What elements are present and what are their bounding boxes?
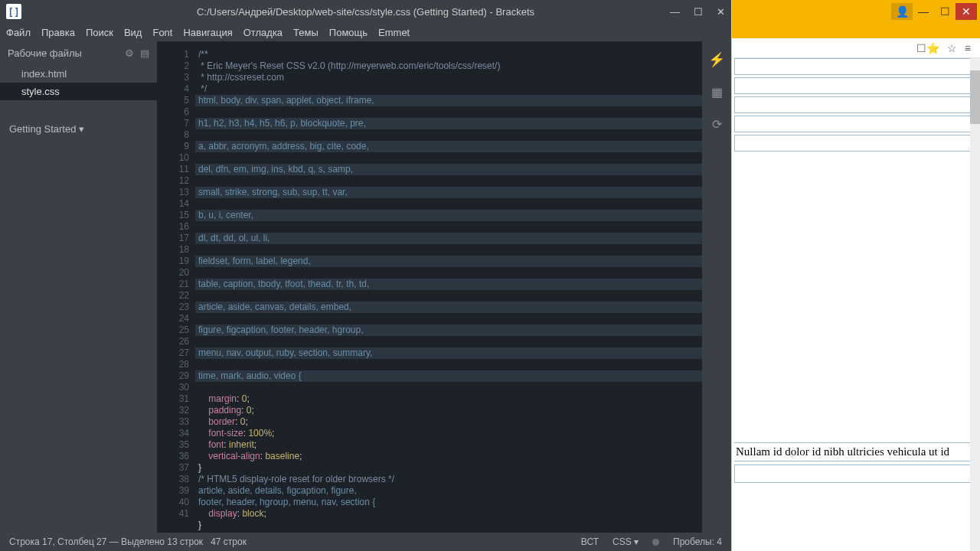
menu-bar: ФайлПравкаПоискВидFontНавигацияОтладкаТе… — [0, 23, 731, 41]
title-bar[interactable]: [ ] C:/Users/Андрей/Desktop/web-site/css… — [0, 0, 731, 23]
line-count: 47 строк — [211, 536, 247, 547]
right-toolbar: ⚡ ▦ ⟳ — [702, 41, 731, 533]
browser-menu-icon[interactable]: ≡ — [965, 42, 971, 54]
preview-element — [734, 77, 978, 94]
menu-вид[interactable]: Вид — [124, 27, 142, 38]
line-gutter: 1234567891011121314151617181920212223242… — [157, 41, 195, 533]
menu-emmet[interactable]: Emmet — [378, 27, 410, 38]
preview-element — [734, 58, 978, 75]
working-files-header: Рабочие файлы — [8, 47, 82, 59]
preview-scrollbar[interactable] — [970, 58, 980, 551]
app-icon: [ ] — [6, 4, 21, 19]
project-dropdown[interactable]: Getting Started ▾ — [0, 119, 157, 139]
indent-mode[interactable]: Пробелы: 4 — [673, 536, 722, 547]
code-area[interactable]: /** * Eric Meyer's Reset CSS v2.0 (http:… — [195, 41, 702, 533]
editor[interactable]: 1234567891011121314151617181920212223242… — [157, 41, 702, 533]
menu-темы[interactable]: Темы — [293, 27, 318, 38]
menu-правка[interactable]: Правка — [41, 27, 75, 38]
menu-font[interactable]: Font — [152, 27, 172, 38]
cursor-position[interactable]: Строка 17, Столбец 27 — Выделено 13 стро… — [9, 536, 203, 547]
extensions-icon[interactable]: ▦ — [709, 84, 724, 99]
menu-помощь[interactable]: Помощь — [329, 27, 368, 38]
preview-text: Nullam id dolor id nibh ultricies vehicu… — [734, 442, 978, 461]
preview-element — [734, 135, 978, 152]
browser-maximize-button[interactable]: ☐ — [934, 3, 956, 20]
preview-element — [734, 116, 978, 132]
preview-pane[interactable]: Nullam id dolor id nibh ultricies vehicu… — [732, 58, 980, 551]
status-indicator — [652, 539, 659, 546]
window-title: C:/Users/Андрей/Desktop/web-site/css/sty… — [197, 6, 534, 18]
minimize-button[interactable]: — — [670, 6, 680, 18]
preview-element — [734, 96, 978, 113]
status-bar: Строка 17, Столбец 27 — Выделено 13 стро… — [0, 533, 731, 551]
browser-chrome: 👤 — ☐ ✕ — [732, 0, 980, 38]
brackets-window: [ ] C:/Users/Андрей/Desktop/web-site/css… — [0, 0, 731, 551]
file-style-css[interactable]: style.css — [0, 83, 157, 100]
gear-icon[interactable]: ⚙ — [125, 47, 134, 59]
browser-close-button[interactable]: ✕ — [956, 3, 977, 20]
browser-preview: 👤 — ☐ ✕ ☐⭐ ☆ ≡ Nullam id dolor id nibh u… — [731, 0, 980, 551]
browser-minimize-button[interactable]: — — [913, 3, 934, 20]
preview-element — [734, 465, 978, 483]
sidebar: Рабочие файлы ⚙ ▤ index.htmlstyle.css Ge… — [0, 41, 157, 533]
working-files-list: index.htmlstyle.css — [0, 65, 157, 100]
file-index-html[interactable]: index.html — [0, 65, 157, 83]
browser-user-icon[interactable]: 👤 — [891, 3, 913, 20]
menu-навигация[interactable]: Навигация — [183, 27, 232, 38]
bookmark-page-icon[interactable]: ☐⭐ — [916, 42, 939, 54]
live-preview-icon[interactable]: ⚡ — [709, 52, 724, 67]
maximize-button[interactable]: ☐ — [694, 6, 703, 18]
split-icon[interactable]: ▤ — [140, 47, 149, 59]
menu-отладка[interactable]: Отладка — [243, 27, 283, 38]
bookmark-icon[interactable]: ☆ — [947, 42, 957, 54]
close-button[interactable]: ✕ — [717, 6, 725, 18]
language-mode[interactable]: CSS ▾ — [612, 536, 639, 547]
menu-поиск[interactable]: Поиск — [86, 27, 113, 38]
browser-toolbar: ☐⭐ ☆ ≡ — [732, 38, 980, 58]
insert-mode[interactable]: ВСТ — [581, 536, 599, 547]
menu-файл[interactable]: Файл — [6, 27, 31, 38]
sync-icon[interactable]: ⟳ — [709, 116, 724, 132]
